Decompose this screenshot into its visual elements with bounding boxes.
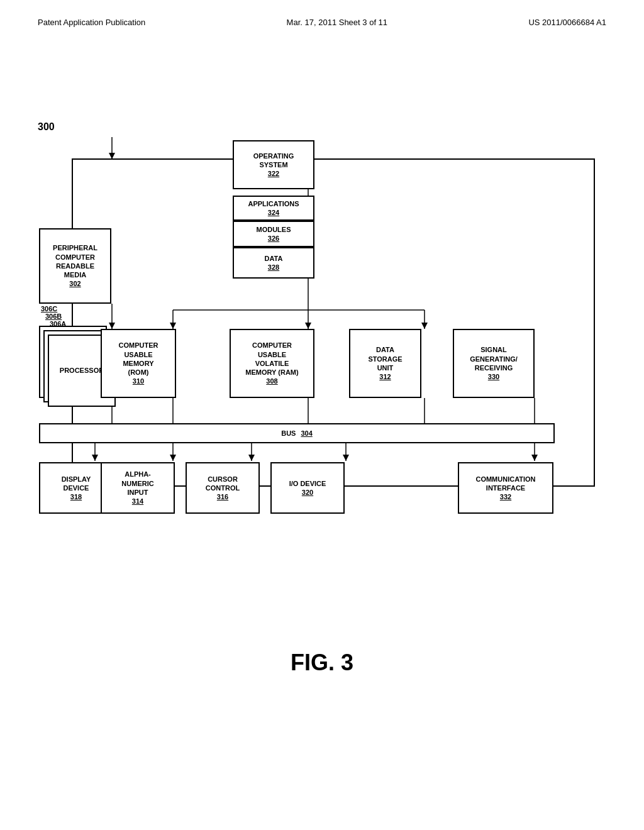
- signal-ref: 330: [488, 372, 499, 381]
- header-right: US 2011/0066684 A1: [528, 18, 606, 27]
- svg-marker-19: [92, 455, 98, 461]
- comm-ref: 332: [500, 492, 511, 501]
- svg-marker-23: [248, 455, 255, 461]
- label-306c: 306C: [41, 305, 57, 313]
- alpha-label: ALPHA-NUMERICINPUT: [121, 470, 153, 497]
- box-data-328: DATA 328: [233, 247, 314, 279]
- svg-marker-6: [170, 323, 176, 329]
- rom-label: COMPUTERUSABLEMEMORY(ROM): [119, 341, 158, 377]
- display-ref: 318: [70, 492, 82, 501]
- bus-label: BUS: [281, 429, 296, 438]
- io-ref: 320: [302, 488, 313, 497]
- box-peripheral: PERIPHERALCOMPUTERREADABLEMEDIA 302: [39, 228, 111, 304]
- comm-label: COMMUNICATIONINTERFACE: [475, 475, 535, 493]
- cursor-label: CURSORCONTROL: [206, 475, 240, 493]
- processor-label: PROCESSOR: [60, 366, 104, 375]
- peripheral-ref: 302: [69, 279, 80, 288]
- header-left: Patent Application Publication: [38, 18, 145, 27]
- bus-ref: 304: [301, 429, 312, 438]
- header-middle: Mar. 17, 2011 Sheet 3 of 11: [287, 18, 387, 27]
- label-300: 300: [38, 121, 55, 133]
- apps-label: APPLICATIONS: [248, 199, 299, 208]
- data-ref: 328: [268, 263, 279, 272]
- data-label: DATA: [265, 254, 283, 263]
- box-applications: APPLICATIONS 324: [233, 196, 314, 221]
- modules-ref: 326: [268, 234, 279, 243]
- label-306b: 306B: [45, 313, 62, 320]
- box-io: I/O DEVICE 320: [270, 462, 345, 514]
- page-header: Patent Application Publication Mar. 17, …: [0, 0, 644, 33]
- display-label: DISPLAYDEVICE: [62, 475, 91, 493]
- box-rom: COMPUTERUSABLEMEMORY(ROM) 310: [101, 329, 176, 398]
- diagram-svg: [0, 33, 644, 599]
- apps-ref: 324: [268, 208, 279, 217]
- svg-marker-8: [305, 323, 311, 329]
- svg-marker-25: [343, 455, 349, 461]
- box-alpha: ALPHA-NUMERICINPUT 314: [101, 462, 175, 514]
- box-ram: COMPUTERUSABLEVOLATILEMEMORY (RAM) 308: [230, 329, 314, 398]
- os-label: OPERATINGSYSTEM: [253, 152, 294, 170]
- svg-marker-17: [109, 323, 115, 329]
- peripheral-label: PERIPHERALCOMPUTERREADABLEMEDIA: [53, 243, 97, 279]
- modules-label: MODULES: [257, 225, 291, 234]
- data-storage-ref: 312: [379, 372, 391, 381]
- diagram-area: 300 OPERATINGSYSTEM 322 APPLICATIONS 324…: [0, 33, 644, 599]
- fig-label: FIG. 3: [0, 650, 644, 676]
- box-cursor: CURSORCONTROL 316: [186, 462, 260, 514]
- box-data-storage: DATASTORAGEUNIT 312: [349, 329, 421, 398]
- data-storage-label: DATASTORAGEUNIT: [368, 345, 402, 372]
- ram-ref: 308: [266, 377, 277, 385]
- svg-marker-27: [531, 455, 538, 461]
- cursor-ref: 316: [217, 492, 228, 501]
- ram-label: COMPUTERUSABLEVOLATILEMEMORY (RAM): [245, 341, 298, 377]
- svg-marker-21: [170, 455, 176, 461]
- box-modules: MODULES 326: [233, 221, 314, 247]
- rom-ref: 310: [133, 377, 144, 385]
- svg-marker-11: [421, 323, 428, 329]
- io-label: I/O DEVICE: [289, 479, 326, 488]
- svg-marker-2: [109, 153, 115, 159]
- alpha-ref: 314: [132, 497, 143, 506]
- box-signal: SIGNALGENERATING/RECEIVING 330: [453, 329, 535, 398]
- signal-label: SIGNALGENERATING/RECEIVING: [470, 345, 518, 372]
- box-operating-system: OPERATINGSYSTEM 322: [233, 140, 314, 189]
- os-ref: 322: [268, 169, 279, 178]
- box-bus: BUS 304: [39, 423, 555, 443]
- box-comm: COMMUNICATIONINTERFACE 332: [458, 462, 553, 514]
